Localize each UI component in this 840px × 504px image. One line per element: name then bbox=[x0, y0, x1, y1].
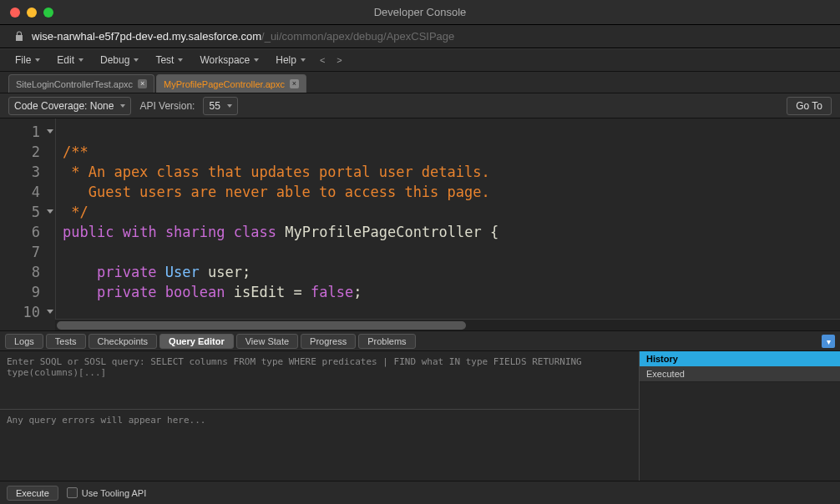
menu-help[interactable]: Help bbox=[269, 53, 312, 68]
editor-toolbar: Code Coverage: None API Version: 55 Go T… bbox=[0, 93, 840, 118]
tab-query-editor[interactable]: Query Editor bbox=[159, 334, 234, 349]
traffic-lights bbox=[0, 8, 53, 18]
gutter-line: 1 bbox=[0, 122, 55, 142]
menu-help-label: Help bbox=[276, 54, 296, 66]
menu-file-label: File bbox=[15, 54, 31, 66]
tab-checkpoints[interactable]: Checkpoints bbox=[89, 334, 158, 349]
nav-forward-button[interactable]: > bbox=[332, 55, 346, 65]
code-line: public with sharing class MyProfilePageC… bbox=[63, 224, 498, 240]
maximize-window-button[interactable] bbox=[43, 8, 53, 18]
window-titlebar: Developer Console bbox=[0, 0, 840, 25]
code-coverage-dropdown[interactable]: Code Coverage: None bbox=[8, 97, 131, 115]
query-errors-area: Any query errors will appear here... bbox=[0, 410, 639, 481]
query-placeholder: Enter SOQL or SOSL query: SELECT columns… bbox=[0, 351, 639, 383]
caret-down-icon bbox=[227, 104, 232, 108]
api-version-dropdown[interactable]: 55 bbox=[203, 97, 237, 115]
caret-down-icon bbox=[178, 58, 183, 62]
file-tab-siteloginctrltest[interactable]: SiteLoginControllerTest.apxc × bbox=[8, 74, 154, 93]
collapse-panel-icon[interactable]: ▾ bbox=[822, 335, 835, 348]
fold-icon[interactable] bbox=[47, 129, 53, 134]
tab-logs[interactable]: Logs bbox=[5, 334, 43, 349]
gutter-line: 6 bbox=[0, 222, 55, 242]
url-bar[interactable]: wise-narwhal-e5f7pd-dev-ed.my.salesforce… bbox=[0, 25, 840, 48]
history-header: History bbox=[640, 351, 840, 366]
code-line: Guest users are never able to access thi… bbox=[63, 184, 490, 200]
code-content[interactable]: /** * An apex class that updates portal … bbox=[55, 118, 840, 330]
fold-icon[interactable] bbox=[47, 209, 53, 214]
close-window-button[interactable] bbox=[10, 8, 20, 18]
code-line: */ bbox=[63, 204, 89, 220]
menu-test[interactable]: Test bbox=[149, 53, 190, 68]
menu-workspace-label: Workspace bbox=[200, 54, 250, 66]
gutter-line: 5 bbox=[0, 202, 55, 222]
caret-down-icon bbox=[78, 58, 83, 62]
query-left-pane: Enter SOQL or SOSL query: SELECT columns… bbox=[0, 351, 640, 481]
code-line: private boolean isEdit = false; bbox=[63, 284, 362, 300]
query-history-pane: History Executed bbox=[640, 351, 840, 481]
menu-file[interactable]: File bbox=[8, 53, 47, 68]
gutter-line: 2 bbox=[0, 142, 55, 162]
gutter-line: 7 bbox=[0, 242, 55, 262]
checkbox-icon[interactable] bbox=[67, 487, 78, 498]
api-version-label: API Version: bbox=[139, 100, 195, 112]
url-path: /_ui/common/apex/debug/ApexCSIPage bbox=[261, 30, 454, 43]
file-tab-label: MyProfilePageController.apxc bbox=[164, 79, 285, 89]
caret-down-icon bbox=[35, 58, 40, 62]
menu-edit-label: Edit bbox=[57, 54, 74, 66]
menu-debug[interactable]: Debug bbox=[94, 53, 145, 68]
query-editor-panel: Enter SOQL or SOSL query: SELECT columns… bbox=[0, 351, 840, 481]
caret-down-icon bbox=[301, 58, 306, 62]
code-line: /** bbox=[63, 144, 89, 160]
query-errors-placeholder: Any query errors will appear here... bbox=[0, 410, 639, 431]
file-tab-label: SiteLoginControllerTest.apxc bbox=[16, 79, 133, 89]
editor-tab-bar: SiteLoginControllerTest.apxc × MyProfile… bbox=[0, 72, 840, 93]
lock-icon bbox=[15, 31, 23, 43]
use-tooling-api-label: Use Tooling API bbox=[82, 488, 146, 498]
minimize-window-button[interactable] bbox=[27, 8, 37, 18]
menu-debug-label: Debug bbox=[100, 54, 129, 66]
code-editor[interactable]: 1 2 3 4 5 6 7 8 9 10 /** * An apex class… bbox=[0, 118, 840, 331]
fold-icon[interactable] bbox=[47, 310, 53, 314]
query-toolbar: Execute Use Tooling API bbox=[0, 481, 840, 504]
menu-bar: File Edit Debug Test Workspace Help < > bbox=[0, 48, 840, 72]
nav-back-button[interactable]: < bbox=[316, 55, 329, 65]
gutter: 1 2 3 4 5 6 7 8 9 10 bbox=[0, 118, 55, 330]
gutter-line: 10 bbox=[0, 302, 55, 322]
goto-button[interactable]: Go To bbox=[787, 97, 832, 115]
menu-test-label: Test bbox=[155, 54, 174, 66]
gutter-line: 8 bbox=[0, 262, 55, 282]
file-tab-myprofilepagectrl[interactable]: MyProfilePageController.apxc × bbox=[156, 74, 306, 93]
scrollbar-thumb[interactable] bbox=[57, 321, 466, 330]
gutter-line: 3 bbox=[0, 162, 55, 182]
code-coverage-label: Code Coverage: None bbox=[14, 100, 114, 112]
tab-problems[interactable]: Problems bbox=[358, 334, 415, 349]
api-version-value: 55 bbox=[209, 100, 220, 112]
bottom-panel-tabs: Logs Tests Checkpoints Query Editor View… bbox=[0, 331, 840, 351]
menu-workspace[interactable]: Workspace bbox=[193, 53, 266, 68]
history-item[interactable]: Executed bbox=[640, 366, 840, 382]
tab-progress[interactable]: Progress bbox=[301, 334, 356, 349]
horizontal-scrollbar[interactable] bbox=[55, 319, 840, 330]
query-input[interactable]: Enter SOQL or SOSL query: SELECT columns… bbox=[0, 351, 639, 410]
code-line: * An apex class that updates portal user… bbox=[63, 164, 490, 180]
close-icon[interactable]: × bbox=[290, 79, 299, 88]
tab-view-state[interactable]: View State bbox=[236, 334, 298, 349]
close-icon[interactable]: × bbox=[138, 79, 147, 88]
tab-tests[interactable]: Tests bbox=[46, 334, 86, 349]
menu-edit[interactable]: Edit bbox=[50, 53, 90, 68]
url-host: wise-narwhal-e5f7pd-dev-ed.my.salesforce… bbox=[32, 30, 261, 43]
gutter-line: 4 bbox=[0, 182, 55, 202]
execute-button[interactable]: Execute bbox=[7, 486, 58, 501]
caret-down-icon bbox=[120, 104, 125, 108]
gutter-line: 9 bbox=[0, 282, 55, 302]
caret-down-icon bbox=[134, 58, 139, 62]
use-tooling-api-checkbox[interactable]: Use Tooling API bbox=[67, 487, 146, 498]
code-line: private User user; bbox=[63, 264, 250, 280]
caret-down-icon bbox=[254, 58, 259, 62]
window-title: Developer Console bbox=[374, 6, 467, 18]
